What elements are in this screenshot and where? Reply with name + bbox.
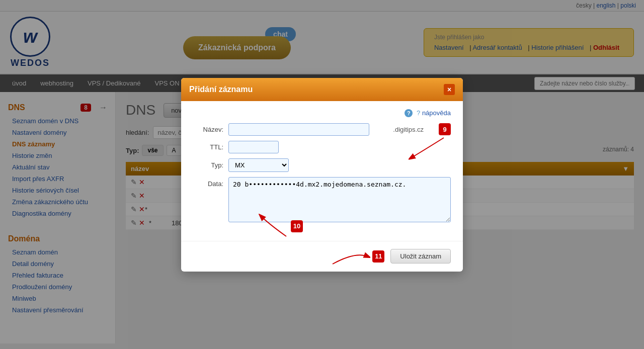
name-input-wrapper <box>228 123 388 136</box>
name-suffix: .digitips.cz <box>393 126 424 133</box>
save-record-button[interactable]: Uložit záznam <box>390 249 451 264</box>
modal-overlay: Přidání záznamu × ? nápověda Název: .dig… <box>0 0 644 343</box>
modal-help-link[interactable]: nápověda <box>417 109 451 117</box>
data-field-row: Data: 20 b••••••••••••4d.mx2.mojedomena.… <box>193 177 451 224</box>
type-select-wrapper: A AAAA CNAME MX NS PTR SRV TXT <box>228 158 289 172</box>
data-label: Data: <box>193 177 223 188</box>
ttl-input-wrapper: 1800 <box>228 141 279 153</box>
modal-help: ? nápověda <box>193 109 451 117</box>
modal-body: ? nápověda Název: .digitips.cz 9 <box>181 101 463 241</box>
type-label: Typ: <box>193 161 223 169</box>
modal-footer: 11 Uložit záznam <box>181 241 463 272</box>
type-select[interactable]: A AAAA CNAME MX NS PTR SRV TXT <box>228 158 289 172</box>
modal-header: Přidání záznamu × <box>181 78 463 101</box>
annotation-11: 11 <box>372 250 384 263</box>
annotation-11-wrapper: 11 <box>330 246 384 267</box>
help-icon: ? <box>405 109 413 117</box>
name-label: Název: <box>193 126 223 133</box>
ttl-input[interactable]: 1800 <box>228 141 279 153</box>
data-input-wrapper: 20 b••••••••••••4d.mx2.mojedomena.seznam… <box>228 177 451 224</box>
footer-content: 11 Uložit záznam <box>330 246 451 267</box>
ttl-label: TTL: <box>193 143 223 151</box>
name-input[interactable] <box>228 123 369 136</box>
annotation-9-wrapper: 9 <box>439 123 451 135</box>
arrow-9 <box>409 135 449 160</box>
name-field-row: Název: .digitips.cz 9 <box>193 123 451 136</box>
arrow-10 <box>259 214 289 239</box>
annotation-10-wrapper: 10 <box>259 214 303 239</box>
annotation-9: 9 <box>439 123 451 135</box>
modal: Přidání záznamu × ? nápověda Název: .dig… <box>181 78 463 272</box>
modal-close-button[interactable]: × <box>444 84 455 95</box>
arrow-11 <box>330 246 370 267</box>
annotation-10: 10 <box>291 220 303 232</box>
modal-title: Přidání záznamu <box>189 85 253 94</box>
